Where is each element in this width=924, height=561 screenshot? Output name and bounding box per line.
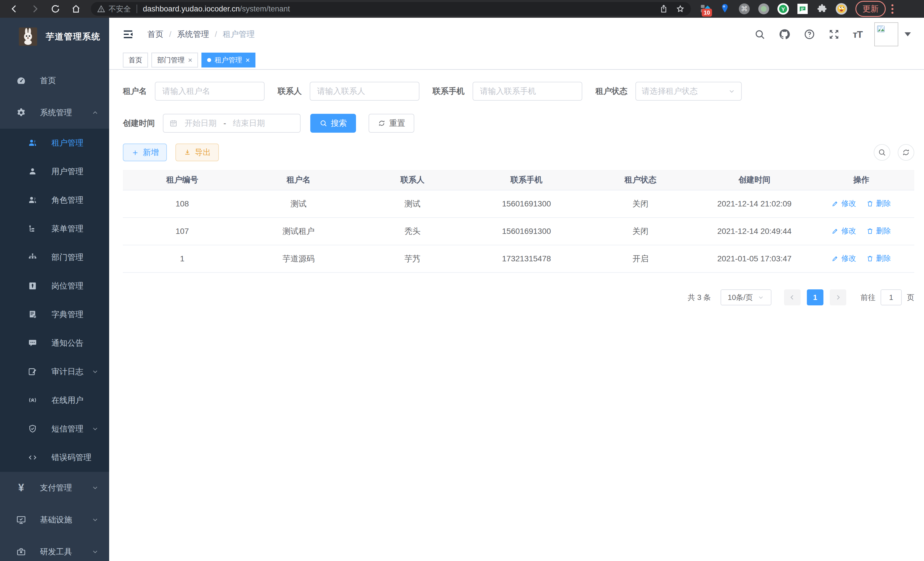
extension-chat-icon[interactable] xyxy=(796,3,808,15)
cell-contact: 芋艿 xyxy=(356,253,470,264)
delete-button[interactable]: 删除 xyxy=(866,253,891,263)
sidebar-item-label: 研发工具 xyxy=(40,546,72,557)
sidebar-item-menu[interactable]: 菜单管理 xyxy=(0,214,109,243)
extension-command-icon[interactable]: ⌘ xyxy=(738,3,750,15)
col-header-contact: 联系人 xyxy=(356,174,470,185)
sidebar-item-infra[interactable]: 基础设施 xyxy=(0,504,109,536)
close-icon[interactable]: × xyxy=(245,56,250,64)
browser-menu-icon[interactable] xyxy=(891,4,893,14)
sidebar-item-label: 基础设施 xyxy=(40,514,72,525)
sidebar-item-label: 在线用户 xyxy=(51,395,83,406)
help-icon[interactable] xyxy=(804,29,815,40)
tab-dept[interactable]: 部门管理 × xyxy=(152,53,198,68)
app-logo-row[interactable]: 芋道管理系统 xyxy=(0,18,109,56)
tab-home[interactable]: 首页 xyxy=(123,53,148,68)
cell-name: 测试 xyxy=(242,199,356,209)
page-number-1[interactable]: 1 xyxy=(807,289,824,305)
browser-update-button[interactable]: 更新 xyxy=(855,1,886,17)
table-refresh-button[interactable] xyxy=(898,144,914,161)
extension-record-icon[interactable] xyxy=(758,3,770,15)
add-button[interactable]: ＋ 新增 xyxy=(123,144,167,161)
system-submenu: 租户管理 用户管理 角色管理 xyxy=(0,129,109,472)
edit-button[interactable]: 修改 xyxy=(831,226,856,236)
search-icon xyxy=(320,119,327,127)
sidebar-item-label: 用户管理 xyxy=(51,166,83,177)
share-icon[interactable] xyxy=(659,5,668,13)
status-select[interactable]: 请选择租户状态 xyxy=(635,82,742,101)
gear-icon xyxy=(15,108,27,118)
create-time-range-picker[interactable]: 开始日期 - 结束日期 xyxy=(163,114,301,133)
sidebar-item-pay[interactable]: ¥ 支付管理 xyxy=(0,472,109,504)
cell-contact: 测试 xyxy=(356,199,470,209)
reset-button[interactable]: 重置 xyxy=(369,114,414,133)
sidebar-item-dept[interactable]: 部门管理 xyxy=(0,243,109,272)
font-size-icon[interactable]: ᴛT xyxy=(853,29,862,40)
sidebar-item-audit-log[interactable]: 审计日志 xyxy=(0,357,109,386)
search-icon[interactable] xyxy=(754,29,765,40)
page-size-select[interactable]: 10条/页 xyxy=(721,289,771,305)
next-page-button[interactable] xyxy=(830,289,846,305)
edit-button[interactable]: 修改 xyxy=(831,253,856,263)
search-button[interactable]: 搜索 xyxy=(310,114,356,133)
sidebar-item-sms[interactable]: 短信管理 xyxy=(0,415,109,443)
close-icon[interactable]: × xyxy=(188,56,192,64)
site-security: 不安全 xyxy=(97,4,131,14)
divider xyxy=(136,5,137,13)
user-icon xyxy=(26,167,39,176)
extension-pin-icon[interactable] xyxy=(719,3,731,15)
cell-mobile: 17321315478 xyxy=(470,254,584,263)
sidebar-item-system[interactable]: 系统管理 xyxy=(0,97,109,129)
sidebar-item-dict[interactable]: 字典管理 xyxy=(0,300,109,329)
sidebar-item-label: 支付管理 xyxy=(40,482,72,493)
sidebar-item-notice[interactable]: 通知公告 xyxy=(0,329,109,357)
sidebar-item-tenant[interactable]: 租户管理 xyxy=(0,129,109,157)
extensions-puzzle-icon[interactable] xyxy=(816,3,828,15)
tab-label: 部门管理 xyxy=(157,56,184,65)
contact-input[interactable] xyxy=(310,82,419,101)
sidebar-item-label: 菜单管理 xyxy=(51,223,83,234)
tenant-name-input[interactable] xyxy=(155,82,265,101)
goto-page-input[interactable] xyxy=(880,289,902,305)
sidebar-item-post[interactable]: 岗位管理 xyxy=(0,272,109,300)
back-icon[interactable] xyxy=(7,2,22,16)
fullscreen-icon[interactable] xyxy=(828,29,840,40)
breadcrumb-home[interactable]: 首页 xyxy=(147,29,164,40)
sidebar-item-home[interactable]: 首页 xyxy=(0,65,109,97)
status-label: 租户状态 xyxy=(596,86,627,97)
table-header-row: 租户编号 租户名 联系人 联系手机 租户状态 创建时间 操作 xyxy=(123,170,914,190)
reload-icon[interactable] xyxy=(48,2,63,16)
pencil-icon xyxy=(831,255,839,262)
browser-toolbar: 不安全 dashboard.yudao.iocoder.cn/system/te… xyxy=(0,0,924,18)
delete-button[interactable]: 删除 xyxy=(866,199,891,208)
mobile-input[interactable] xyxy=(472,82,582,101)
avatar-caret-icon[interactable] xyxy=(904,32,911,36)
sidebar-item-user[interactable]: 用户管理 xyxy=(0,157,109,186)
sidebar-item-label: 部门管理 xyxy=(51,252,83,263)
user-avatar[interactable] xyxy=(874,22,898,46)
extension-y-icon[interactable]: Y xyxy=(777,3,789,15)
sidebar-item-errcode[interactable]: 错误码管理 xyxy=(0,443,109,472)
prev-page-button[interactable] xyxy=(784,289,801,305)
sidebar-item-online-users[interactable]: 在线用户 xyxy=(0,386,109,415)
url-bar[interactable]: 不安全 dashboard.yudao.iocoder.cn/system/te… xyxy=(91,2,691,16)
pencil-icon xyxy=(831,200,839,207)
calendar-icon xyxy=(169,119,178,128)
extension-tabs-icon[interactable]: 10 xyxy=(699,3,711,15)
delete-button[interactable]: 删除 xyxy=(866,226,891,236)
sidebar-item-role[interactable]: 角色管理 xyxy=(0,186,109,214)
table-search-toggle-button[interactable] xyxy=(874,144,890,161)
sidebar-collapse-icon[interactable] xyxy=(122,28,134,40)
export-button[interactable]: 导出 xyxy=(176,144,219,161)
edit-button[interactable]: 修改 xyxy=(831,199,856,208)
sidebar-item-devtools[interactable]: 研发工具 xyxy=(0,536,109,561)
bookmark-star-icon[interactable] xyxy=(676,5,685,13)
breadcrumb-section[interactable]: 系统管理 xyxy=(177,29,209,40)
pagination-total: 共 3 条 xyxy=(688,293,711,302)
github-icon[interactable] xyxy=(778,28,790,40)
tab-tenant[interactable]: 租户管理 × xyxy=(201,53,255,68)
home-icon[interactable] xyxy=(69,2,83,16)
forward-icon[interactable] xyxy=(27,2,42,16)
breadcrumb-current: 租户管理 xyxy=(223,29,255,40)
profile-avatar-icon[interactable] xyxy=(836,3,848,15)
cell-name: 芋道源码 xyxy=(242,253,356,264)
